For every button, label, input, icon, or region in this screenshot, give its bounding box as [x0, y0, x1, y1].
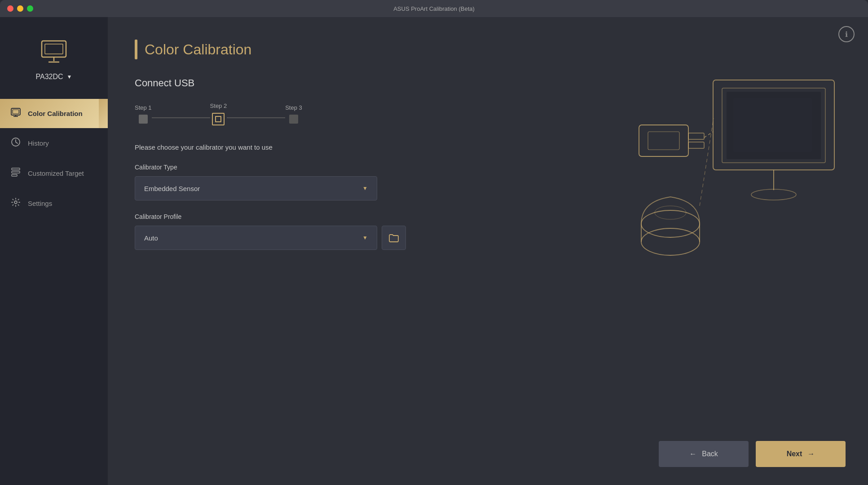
- svg-line-29: [700, 118, 714, 206]
- title-accent-bar: [135, 40, 137, 59]
- monitor-dropdown-arrow-icon: ▼: [67, 74, 72, 80]
- svg-point-24: [641, 210, 700, 237]
- svg-rect-22: [688, 142, 704, 148]
- calibrator-profile-value: Auto: [144, 234, 158, 242]
- back-button[interactable]: ← Back: [659, 441, 749, 467]
- back-arrow-icon: ←: [689, 450, 696, 458]
- step-1: Step 1: [135, 104, 152, 124]
- close-button[interactable]: [7, 5, 13, 12]
- info-button[interactable]: ℹ: [838, 26, 855, 42]
- step-3-label: Step 3: [285, 104, 302, 111]
- maximize-button[interactable]: [27, 5, 33, 12]
- monitor-section: PA32DC ▼: [0, 31, 108, 94]
- step-1-indicator: [139, 115, 148, 124]
- svg-point-16: [751, 189, 796, 200]
- color-calibration-icon: [11, 108, 21, 119]
- sidebar-item-settings[interactable]: Settings: [0, 188, 108, 218]
- info-icon: ℹ: [845, 30, 848, 39]
- svg-rect-10: [12, 171, 20, 173]
- svg-rect-5: [13, 110, 19, 114]
- traffic-lights: [7, 5, 33, 12]
- sidebar: PA32DC ▼ Color Calibration: [0, 17, 108, 485]
- step-2-label: Step 2: [210, 102, 227, 109]
- svg-rect-20: [648, 132, 679, 150]
- calibrator-type-dropdown[interactable]: Embedded Sensor ▼: [135, 176, 377, 200]
- svg-point-28: [655, 206, 686, 219]
- svg-rect-1: [45, 44, 63, 54]
- svg-rect-9: [12, 168, 20, 170]
- app-container: PA32DC ▼ Color Calibration: [0, 17, 868, 485]
- app-title: ASUS ProArt Calibration (Beta): [393, 5, 475, 12]
- next-button[interactable]: Next →: [756, 441, 846, 467]
- sidebar-item-customized-target[interactable]: Customized Target: [0, 158, 108, 188]
- monitor-icon: [40, 40, 67, 67]
- svg-line-23: [704, 132, 713, 138]
- customized-target-icon: [11, 167, 21, 179]
- minimize-button[interactable]: [17, 5, 23, 12]
- calibrator-type-arrow-icon: ▼: [362, 185, 368, 191]
- sidebar-item-history[interactable]: History: [0, 128, 108, 158]
- monitor-model: PA32DC: [36, 73, 63, 81]
- step-line-2: [227, 117, 285, 118]
- main-content: ℹ Color Calibration Connect USB Step 1 S…: [108, 17, 868, 485]
- folder-button[interactable]: [382, 226, 406, 250]
- calibrator-profile-dropdown[interactable]: Auto ▼: [135, 226, 377, 250]
- step-3-indicator: [289, 115, 298, 124]
- calibrator-profile-arrow-icon: ▼: [362, 235, 368, 241]
- step-2-indicator: [212, 113, 225, 125]
- svg-rect-21: [688, 133, 704, 139]
- step-2: Step 2: [210, 102, 227, 125]
- step-3: Step 3: [285, 104, 302, 124]
- sidebar-item-customized-target-label: Customized Target: [28, 169, 84, 177]
- sidebar-item-color-calibration-label: Color Calibration: [28, 110, 83, 117]
- sidebar-item-settings-label: Settings: [28, 200, 52, 207]
- step-1-label: Step 1: [135, 104, 152, 111]
- monitor-selector[interactable]: PA32DC ▼: [36, 73, 72, 81]
- page-title: Color Calibration: [145, 41, 251, 58]
- step-line-1: [152, 117, 210, 118]
- next-arrow-icon: →: [807, 450, 815, 458]
- sidebar-nav: Color Calibration History: [0, 99, 108, 218]
- svg-rect-0: [42, 41, 66, 57]
- svg-point-27: [641, 228, 700, 255]
- svg-rect-18: [733, 98, 812, 152]
- svg-rect-19: [639, 125, 688, 156]
- calibrator-type-value: Embedded Sensor: [144, 185, 200, 192]
- svg-point-12: [14, 201, 17, 204]
- sidebar-item-history-label: History: [28, 139, 49, 147]
- back-label: Back: [702, 450, 718, 458]
- titlebar: ASUS ProArt Calibration (Beta): [0, 0, 868, 17]
- settings-icon: [11, 197, 21, 209]
- bottom-nav: ← Back Next →: [659, 441, 846, 467]
- history-icon: [11, 137, 21, 149]
- svg-rect-11: [12, 174, 17, 176]
- usb-illustration: [626, 53, 850, 269]
- next-label: Next: [787, 450, 802, 458]
- sidebar-item-color-calibration[interactable]: Color Calibration: [0, 99, 108, 128]
